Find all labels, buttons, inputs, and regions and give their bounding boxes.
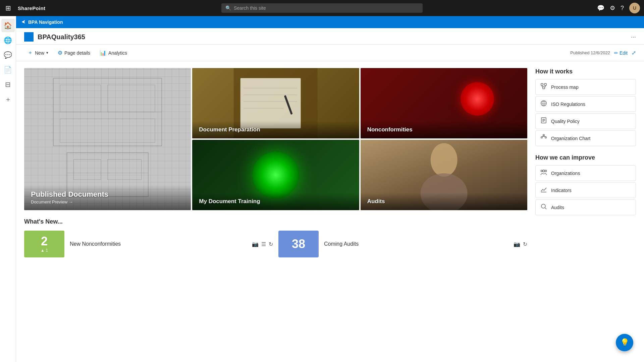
stat-box-nonconformities: 2 ▲ 1 xyxy=(24,231,64,257)
svg-line-36 xyxy=(544,136,546,137)
edit-label: Edit xyxy=(620,50,628,56)
organizations-icon xyxy=(540,169,547,177)
site-logo xyxy=(24,32,34,42)
svg-rect-32 xyxy=(541,137,542,138)
nonconformities-title: Nonconformities xyxy=(367,126,521,133)
chat-icon[interactable]: 💬 xyxy=(597,4,604,12)
search-box[interactable]: 🔍 xyxy=(221,3,423,13)
stat-card-audits: 38 Coming Audits 📷 ↻ xyxy=(278,231,527,257)
indicators-icon xyxy=(540,186,547,194)
right-panel: How it works xyxy=(535,68,636,257)
quality-policy-label: Quality Policy xyxy=(551,119,580,124)
panel-link-process-map[interactable]: Process map xyxy=(535,79,636,95)
svg-rect-31 xyxy=(543,134,544,136)
panel-link-org-chart[interactable]: Organization Chart xyxy=(535,130,636,146)
stat-box-audits: 38 xyxy=(278,231,319,257)
document-preview-link[interactable]: Document Preview → xyxy=(31,199,73,204)
main-content: ⮜ BPA Navigation BPAQuality365 ··· ＋ New… xyxy=(16,16,644,362)
sidebar-item-global[interactable]: 🌐 xyxy=(1,34,15,47)
help-fab-button[interactable]: 💡 xyxy=(616,334,633,351)
site-title: BPAQuality365 xyxy=(38,33,85,41)
tile-audits[interactable]: Audits xyxy=(361,140,527,210)
stat-card-nonconformities: 2 ▲ 1 New Nonconformities 📷 ☰ ↻ xyxy=(24,231,273,257)
svg-rect-19 xyxy=(544,83,546,85)
audits-label: Coming Audits xyxy=(324,241,359,247)
training-title: My Document Training xyxy=(199,198,352,205)
svg-rect-2 xyxy=(108,85,155,112)
organizations-label: Organizations xyxy=(551,171,580,176)
action-bar: ＋ New ▾ ⚙ Page details 📊 Analytics Publi… xyxy=(16,45,644,61)
nonconformities-label: New Nonconformities xyxy=(70,241,121,247)
published-date: Published 12/6/2022 xyxy=(570,50,610,55)
audits-title: Audits xyxy=(367,198,521,205)
panel-link-indicators[interactable]: Indicators xyxy=(535,182,636,198)
stat-icons-nonconformities: 📷 ☰ ↻ xyxy=(252,241,273,247)
panel-link-organizations[interactable]: Organizations xyxy=(535,165,636,181)
page-details-button[interactable]: ⚙ Page details xyxy=(54,48,94,58)
nonconformities-content: Nonconformities xyxy=(361,121,527,138)
tile-my-document-training[interactable]: My Document Training xyxy=(192,140,359,210)
green-light-visual xyxy=(252,152,299,198)
svg-point-38 xyxy=(541,170,543,172)
sidebar: 🏠 🌐 💬 📄 ⊟ ＋ xyxy=(0,16,16,362)
avatar[interactable]: U xyxy=(629,3,640,13)
bpa-navigation-bar: ⮜ BPA Navigation xyxy=(16,16,644,28)
whats-new-title: What's New... xyxy=(24,218,527,225)
camera-icon[interactable]: 📷 xyxy=(252,241,259,247)
refresh-icon-2[interactable]: ↻ xyxy=(523,241,527,247)
list-icon[interactable]: ☰ xyxy=(261,241,266,247)
panel-link-iso-regulations[interactable]: ISO Regulations xyxy=(535,96,636,112)
settings-icon[interactable]: ⚙ xyxy=(610,4,615,12)
iso-regulations-label: ISO Regulations xyxy=(551,102,585,107)
page-details-icon: ⚙ xyxy=(58,50,62,56)
panel-link-audits-improve[interactable]: Audits xyxy=(535,199,636,215)
svg-point-16 xyxy=(430,143,457,177)
camera-icon-2[interactable]: 📷 xyxy=(514,241,520,247)
red-light-visual xyxy=(461,82,494,116)
stat-icons-audits: 📷 ↻ xyxy=(514,241,527,247)
sidebar-item-add[interactable]: ＋ xyxy=(1,93,15,106)
audits-search-icon xyxy=(540,203,547,212)
org-chart-icon xyxy=(540,134,547,142)
more-options-icon[interactable]: ··· xyxy=(631,34,636,41)
refresh-icon[interactable]: ↻ xyxy=(269,241,273,247)
audits-improve-label: Audits xyxy=(551,205,564,210)
tile-nonconformities[interactable]: Nonconformities xyxy=(361,68,527,138)
tiles-section: Published Documents Document Preview → xyxy=(24,68,527,257)
sidebar-item-communicate[interactable]: 💬 xyxy=(1,48,15,62)
nonconformities-trend: ▲ 1 xyxy=(41,248,48,253)
indicators-label: Indicators xyxy=(551,188,572,193)
panel-link-quality-policy[interactable]: Quality Policy xyxy=(535,113,636,129)
whats-new-section: What's New... 2 ▲ 1 New Nonconformities … xyxy=(24,218,527,257)
help-icon[interactable]: ? xyxy=(621,5,624,12)
new-chevron-icon: ▾ xyxy=(46,51,48,55)
analytics-label: Analytics xyxy=(108,50,127,56)
published-documents-content: Published Documents Document Preview → xyxy=(24,185,191,210)
svg-line-35 xyxy=(542,136,544,137)
sidebar-item-lists[interactable]: ⊟ xyxy=(1,78,15,91)
bpa-nav-arrow-icon: ⮜ xyxy=(21,20,25,24)
new-button[interactable]: ＋ New ▾ xyxy=(24,47,52,58)
search-input[interactable] xyxy=(234,5,419,11)
sidebar-item-home[interactable]: 🏠 xyxy=(1,19,15,32)
waffle-icon[interactable]: ⊞ xyxy=(4,3,12,13)
sidebar-item-pages[interactable]: 📄 xyxy=(1,63,15,76)
tile-document-preparation[interactable]: Document Preparation xyxy=(192,68,359,138)
iso-regulations-icon xyxy=(540,100,547,108)
analytics-button[interactable]: 📊 Analytics xyxy=(96,48,130,58)
svg-rect-33 xyxy=(545,137,546,138)
svg-point-41 xyxy=(541,204,545,208)
tile-published-documents[interactable]: Published Documents Document Preview → xyxy=(24,68,191,210)
how-it-works-title: How it works xyxy=(535,68,636,75)
new-button-label: New xyxy=(35,50,44,56)
svg-rect-1 xyxy=(60,85,101,112)
edit-button[interactable]: ✏ Edit xyxy=(614,50,628,56)
expand-icon[interactable]: ⤢ xyxy=(632,50,636,56)
hero-grid: Published Documents Document Preview → xyxy=(24,68,527,210)
page-header: BPAQuality365 ··· xyxy=(16,28,644,45)
svg-point-37 xyxy=(543,170,545,172)
audits-count: 38 xyxy=(292,238,305,250)
training-content: My Document Training xyxy=(192,193,359,210)
how-it-works-links: Process map ISO Regulations xyxy=(535,79,636,146)
svg-rect-6 xyxy=(74,160,101,180)
